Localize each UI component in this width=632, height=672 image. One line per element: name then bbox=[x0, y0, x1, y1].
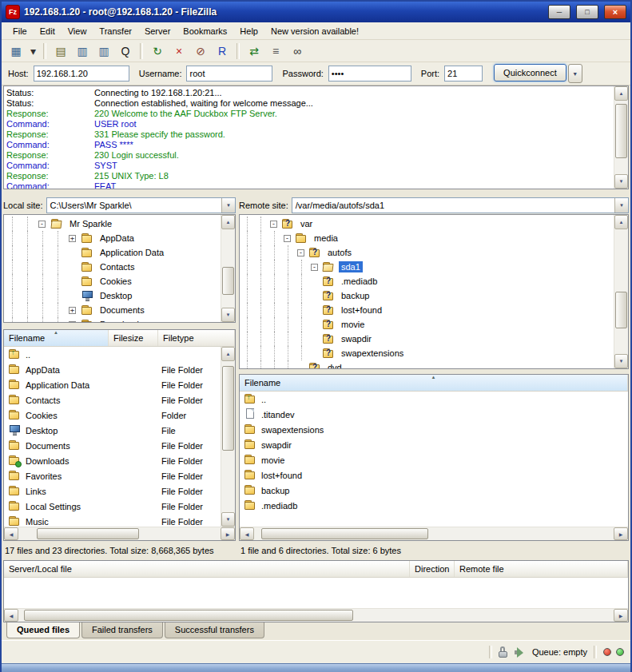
scroll-right-button[interactable]: ▶ bbox=[614, 609, 628, 622]
column-header-filetype[interactable]: Filetype bbox=[158, 330, 235, 346]
local-tree-vertical-scrollbar[interactable]: ▲ ▼ bbox=[221, 215, 235, 322]
toggle-local-tree-button[interactable]: ▥ bbox=[72, 42, 93, 61]
directory-comparison-button[interactable]: ≡ bbox=[265, 42, 286, 61]
file-row-item[interactable]: ↑.. bbox=[4, 347, 221, 362]
scroll-track[interactable] bbox=[18, 527, 221, 540]
log-pane-splitter[interactable] bbox=[2, 189, 630, 196]
file-row-local-settings[interactable]: Local SettingsFile Folder bbox=[4, 499, 221, 514]
local-pane-splitter[interactable] bbox=[3, 323, 236, 329]
combo-dropdown-button[interactable]: ▼ bbox=[614, 198, 628, 213]
file-row-mediadb[interactable]: .mediadb bbox=[240, 498, 628, 513]
local-tree-item-contacts[interactable]: Contacts bbox=[4, 260, 221, 274]
file-row-movie[interactable]: movie bbox=[240, 452, 628, 467]
scroll-up-button[interactable]: ▲ bbox=[221, 347, 235, 361]
file-row-appdata[interactable]: AppDataFile Folder bbox=[4, 362, 221, 377]
local-tree-item-mr-sparkle[interactable]: -Mr Sparkle bbox=[4, 217, 221, 231]
local-list-horizontal-scrollbar[interactable]: ◀ ▶ bbox=[4, 527, 235, 540]
remote-tree-item-var[interactable]: -?var bbox=[240, 217, 614, 231]
scroll-thumb[interactable] bbox=[261, 528, 428, 539]
quickconnect-dropdown-button[interactable]: ▼ bbox=[568, 64, 582, 83]
collapse-icon[interactable]: - bbox=[270, 221, 277, 228]
remote-tree-item-mediadb[interactable]: ?.mediadb bbox=[240, 274, 614, 288]
collapse-icon[interactable]: - bbox=[311, 264, 318, 271]
collapse-icon[interactable]: - bbox=[38, 221, 46, 228]
scroll-thumb[interactable] bbox=[222, 366, 234, 451]
file-row-favorites[interactable]: FavoritesFile Folder bbox=[4, 468, 221, 483]
file-row-documents[interactable]: DocumentsFile Folder bbox=[4, 438, 221, 453]
remote-tree-item-media[interactable]: -media bbox=[240, 231, 614, 245]
port-input[interactable] bbox=[444, 66, 483, 82]
title-bar[interactable]: Fz 192.168.1.20 - root@192.168.1.20 - Fi… bbox=[2, 2, 630, 22]
queue-column-header-server-local-file[interactable]: Server/Local file bbox=[4, 561, 410, 577]
menu-item-file[interactable]: File bbox=[6, 24, 34, 38]
find-files-button[interactable]: ∞ bbox=[287, 42, 308, 61]
file-row-lost-found[interactable]: lost+found bbox=[240, 467, 628, 483]
queue-column-header-remote-file[interactable]: Remote file bbox=[455, 561, 628, 577]
notification-bell-icon[interactable] bbox=[515, 647, 526, 658]
local-tree-item-desktop[interactable]: Desktop bbox=[4, 288, 221, 303]
scroll-track[interactable] bbox=[18, 609, 614, 622]
scroll-up-button[interactable]: ▲ bbox=[614, 215, 628, 229]
local-site-combobox[interactable]: C:\Users\Mr Sparkle\ ▼ bbox=[46, 197, 236, 213]
site-manager-button[interactable]: ▦ bbox=[6, 42, 26, 61]
scroll-left-button[interactable]: ◀ bbox=[4, 609, 18, 622]
host-input[interactable] bbox=[34, 66, 129, 82]
tab-failed-transfers[interactable]: Failed transfers bbox=[81, 622, 163, 638]
scroll-thumb[interactable] bbox=[24, 610, 353, 621]
cancel-button[interactable]: × bbox=[169, 42, 189, 61]
remote-tree-item-swapextensions[interactable]: ?swapextensions bbox=[240, 346, 614, 360]
refresh-button[interactable]: ↻ bbox=[147, 42, 168, 61]
remote-tree-item-lost-found[interactable]: ?lost+found bbox=[240, 303, 614, 317]
scroll-thumb[interactable] bbox=[37, 528, 140, 539]
menu-item-view[interactable]: View bbox=[62, 24, 93, 38]
menu-item-edit[interactable]: Edit bbox=[34, 24, 62, 38]
remote-list-horizontal-scrollbar[interactable]: ◀ ▶ bbox=[240, 527, 628, 540]
toggle-queue-button[interactable]: Q bbox=[115, 42, 136, 61]
scroll-track[interactable] bbox=[254, 527, 614, 540]
scroll-left-button[interactable]: ◀ bbox=[4, 527, 18, 540]
scroll-thumb[interactable] bbox=[615, 292, 627, 328]
remote-tree-item-autofs[interactable]: -?autofs bbox=[240, 245, 614, 260]
minimize-button[interactable]: ─ bbox=[548, 5, 570, 19]
scroll-thumb[interactable] bbox=[222, 267, 234, 295]
menu-item-bookmarks[interactable]: Bookmarks bbox=[177, 24, 233, 38]
local-tree-item-downloads[interactable]: +Downloads bbox=[4, 317, 221, 322]
remote-tree-item-dvd[interactable]: ?dvd bbox=[240, 360, 614, 368]
tab-successful-transfers[interactable]: Successful transfers bbox=[165, 622, 264, 638]
scroll-up-button[interactable]: ▲ bbox=[614, 86, 628, 101]
site-manager-dropdown-button[interactable]: ▾ bbox=[27, 42, 39, 61]
scroll-down-button[interactable]: ▼ bbox=[614, 174, 628, 189]
scroll-down-button[interactable]: ▼ bbox=[614, 354, 628, 368]
file-row-downloads[interactable]: DownloadsFile Folder bbox=[4, 453, 221, 468]
remote-tree-item-swapdir[interactable]: ?swapdir bbox=[240, 332, 614, 346]
local-tree-item-application-data[interactable]: Application Data bbox=[4, 245, 221, 260]
quickconnect-button[interactable]: Quickconnect bbox=[494, 64, 566, 82]
local-tree-item-appdata[interactable]: +AppData bbox=[4, 231, 221, 245]
file-row-item[interactable]: ↑.. bbox=[240, 392, 628, 407]
menu-item-server[interactable]: Server bbox=[138, 24, 177, 38]
remote-tree-item-sda1[interactable]: -sda1 bbox=[240, 260, 614, 274]
file-row-music[interactable]: MusicFile Folder bbox=[4, 514, 221, 527]
scroll-down-button[interactable]: ▼ bbox=[221, 308, 235, 322]
close-button[interactable]: × bbox=[604, 5, 626, 19]
scroll-right-button[interactable]: ▶ bbox=[614, 527, 628, 540]
local-tree-item-cookies[interactable]: Cookies bbox=[4, 274, 221, 288]
password-input[interactable] bbox=[328, 66, 411, 82]
menu-item-transfer[interactable]: Transfer bbox=[93, 24, 138, 38]
scroll-up-button[interactable]: ▲ bbox=[221, 215, 235, 229]
expand-icon[interactable]: + bbox=[69, 307, 76, 314]
local-tree-item-documents[interactable]: +Documents bbox=[4, 303, 221, 317]
scroll-down-button[interactable]: ▼ bbox=[221, 512, 235, 527]
column-header-filename[interactable]: ▲Filename bbox=[240, 375, 628, 391]
remote-tree-item-backup[interactable]: ?backup bbox=[240, 288, 614, 303]
maximize-button[interactable]: □ bbox=[576, 5, 598, 19]
scroll-track[interactable] bbox=[614, 101, 628, 174]
local-list-vertical-scrollbar[interactable]: ▲ ▼ bbox=[221, 347, 235, 527]
queue-column-header-direction[interactable]: Direction bbox=[410, 561, 455, 577]
remote-tree-item-movie[interactable]: ?movie bbox=[240, 317, 614, 332]
combo-dropdown-button[interactable]: ▼ bbox=[221, 198, 235, 213]
menu-item-help[interactable]: Help bbox=[233, 24, 264, 38]
disconnect-button[interactable]: ⊘ bbox=[190, 42, 211, 61]
remote-site-combobox[interactable]: /var/media/autofs/sda1 ▼ bbox=[292, 197, 629, 213]
expand-icon[interactable]: + bbox=[69, 235, 76, 242]
